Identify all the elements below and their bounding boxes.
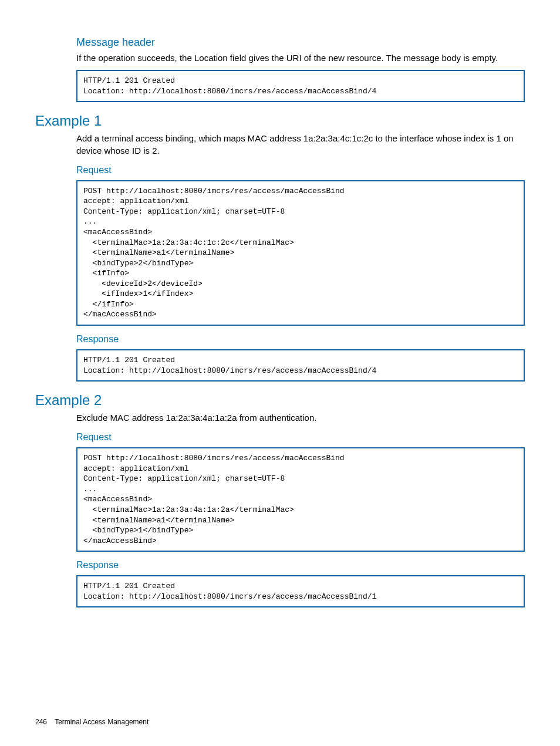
example-1-title: Example 1 xyxy=(35,113,525,129)
page-footer: 246 Terminal Access Management xyxy=(35,718,149,726)
example-1-request-title: Request xyxy=(35,165,525,175)
example-1-response-code: HTTP/1.1 201 Created Location: http://lo… xyxy=(76,349,525,382)
example-1-body: Add a terminal access binding, which map… xyxy=(35,133,525,157)
example-2-request-code: POST http://localhost:8080/imcrs/res/acc… xyxy=(76,447,525,552)
example-2-request-title: Request xyxy=(35,432,525,443)
example-2-title: Example 2 xyxy=(35,392,525,409)
footer-section: Terminal Access Management xyxy=(55,718,149,726)
example-2-body: Exclude MAC address 1a:2a:3a:4a:1a:2a fr… xyxy=(35,412,525,424)
example-1-response-title: Response xyxy=(35,334,525,345)
message-header-body: If the operation succeeds, the Location … xyxy=(35,52,525,64)
example-2-response-code: HTTP/1.1 201 Created Location: http://lo… xyxy=(76,575,525,607)
message-header-code: HTTP/1.1 201 Created Location: http://lo… xyxy=(76,70,525,102)
message-header-title: Message header xyxy=(35,36,525,49)
example-2-response-title: Response xyxy=(35,560,525,571)
example-1-request-code: POST http://localhost:8080/imcrs/res/acc… xyxy=(76,180,525,326)
page-content: Message header If the operation succeeds… xyxy=(0,0,560,607)
page-number: 246 xyxy=(35,718,47,726)
